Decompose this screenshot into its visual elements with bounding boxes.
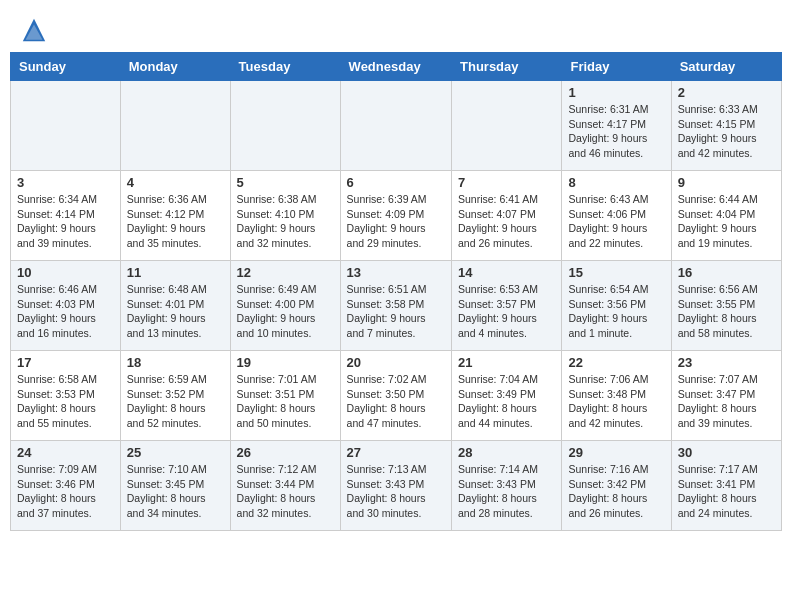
day-info: Sunrise: 6:48 AM Sunset: 4:01 PM Dayligh… (127, 282, 224, 341)
calendar-week-row: 3Sunrise: 6:34 AM Sunset: 4:14 PM Daylig… (11, 171, 782, 261)
day-info: Sunrise: 6:39 AM Sunset: 4:09 PM Dayligh… (347, 192, 445, 251)
day-info: Sunrise: 6:58 AM Sunset: 3:53 PM Dayligh… (17, 372, 114, 431)
calendar-cell: 3Sunrise: 6:34 AM Sunset: 4:14 PM Daylig… (11, 171, 121, 261)
day-number: 21 (458, 355, 555, 370)
day-info: Sunrise: 6:38 AM Sunset: 4:10 PM Dayligh… (237, 192, 334, 251)
day-number: 10 (17, 265, 114, 280)
day-number: 20 (347, 355, 445, 370)
day-number: 23 (678, 355, 775, 370)
calendar-cell: 8Sunrise: 6:43 AM Sunset: 4:06 PM Daylig… (562, 171, 671, 261)
calendar-cell (452, 81, 562, 171)
day-number: 7 (458, 175, 555, 190)
day-info: Sunrise: 6:44 AM Sunset: 4:04 PM Dayligh… (678, 192, 775, 251)
calendar-header: SundayMondayTuesdayWednesdayThursdayFrid… (11, 53, 782, 81)
day-number: 3 (17, 175, 114, 190)
page-header (0, 0, 792, 52)
calendar-cell: 29Sunrise: 7:16 AM Sunset: 3:42 PM Dayli… (562, 441, 671, 531)
calendar-week-row: 1Sunrise: 6:31 AM Sunset: 4:17 PM Daylig… (11, 81, 782, 171)
weekday-header: Sunday (11, 53, 121, 81)
calendar-cell: 1Sunrise: 6:31 AM Sunset: 4:17 PM Daylig… (562, 81, 671, 171)
calendar-cell: 6Sunrise: 6:39 AM Sunset: 4:09 PM Daylig… (340, 171, 451, 261)
calendar-cell: 2Sunrise: 6:33 AM Sunset: 4:15 PM Daylig… (671, 81, 781, 171)
calendar-cell: 24Sunrise: 7:09 AM Sunset: 3:46 PM Dayli… (11, 441, 121, 531)
day-number: 1 (568, 85, 664, 100)
day-number: 19 (237, 355, 334, 370)
day-number: 2 (678, 85, 775, 100)
calendar-cell: 26Sunrise: 7:12 AM Sunset: 3:44 PM Dayli… (230, 441, 340, 531)
weekday-header: Monday (120, 53, 230, 81)
day-number: 28 (458, 445, 555, 460)
calendar-cell: 5Sunrise: 6:38 AM Sunset: 4:10 PM Daylig… (230, 171, 340, 261)
day-info: Sunrise: 6:36 AM Sunset: 4:12 PM Dayligh… (127, 192, 224, 251)
day-info: Sunrise: 6:56 AM Sunset: 3:55 PM Dayligh… (678, 282, 775, 341)
calendar-cell: 21Sunrise: 7:04 AM Sunset: 3:49 PM Dayli… (452, 351, 562, 441)
calendar-cell: 4Sunrise: 6:36 AM Sunset: 4:12 PM Daylig… (120, 171, 230, 261)
day-number: 30 (678, 445, 775, 460)
weekday-header: Saturday (671, 53, 781, 81)
logo (20, 16, 52, 44)
day-info: Sunrise: 7:06 AM Sunset: 3:48 PM Dayligh… (568, 372, 664, 431)
day-info: Sunrise: 7:17 AM Sunset: 3:41 PM Dayligh… (678, 462, 775, 521)
calendar-cell: 9Sunrise: 6:44 AM Sunset: 4:04 PM Daylig… (671, 171, 781, 261)
day-info: Sunrise: 7:10 AM Sunset: 3:45 PM Dayligh… (127, 462, 224, 521)
day-number: 8 (568, 175, 664, 190)
calendar-cell (340, 81, 451, 171)
day-info: Sunrise: 7:09 AM Sunset: 3:46 PM Dayligh… (17, 462, 114, 521)
day-number: 17 (17, 355, 114, 370)
day-number: 22 (568, 355, 664, 370)
day-info: Sunrise: 7:04 AM Sunset: 3:49 PM Dayligh… (458, 372, 555, 431)
day-number: 24 (17, 445, 114, 460)
day-number: 14 (458, 265, 555, 280)
day-number: 25 (127, 445, 224, 460)
day-number: 5 (237, 175, 334, 190)
day-info: Sunrise: 7:12 AM Sunset: 3:44 PM Dayligh… (237, 462, 334, 521)
day-number: 12 (237, 265, 334, 280)
calendar-cell: 16Sunrise: 6:56 AM Sunset: 3:55 PM Dayli… (671, 261, 781, 351)
calendar-cell: 30Sunrise: 7:17 AM Sunset: 3:41 PM Dayli… (671, 441, 781, 531)
day-number: 15 (568, 265, 664, 280)
day-info: Sunrise: 6:34 AM Sunset: 4:14 PM Dayligh… (17, 192, 114, 251)
calendar-week-row: 24Sunrise: 7:09 AM Sunset: 3:46 PM Dayli… (11, 441, 782, 531)
calendar-week-row: 17Sunrise: 6:58 AM Sunset: 3:53 PM Dayli… (11, 351, 782, 441)
day-info: Sunrise: 6:46 AM Sunset: 4:03 PM Dayligh… (17, 282, 114, 341)
calendar-cell: 12Sunrise: 6:49 AM Sunset: 4:00 PM Dayli… (230, 261, 340, 351)
calendar-cell: 17Sunrise: 6:58 AM Sunset: 3:53 PM Dayli… (11, 351, 121, 441)
day-number: 29 (568, 445, 664, 460)
day-number: 13 (347, 265, 445, 280)
calendar-cell: 13Sunrise: 6:51 AM Sunset: 3:58 PM Dayli… (340, 261, 451, 351)
day-number: 6 (347, 175, 445, 190)
calendar-cell: 22Sunrise: 7:06 AM Sunset: 3:48 PM Dayli… (562, 351, 671, 441)
day-number: 26 (237, 445, 334, 460)
calendar-cell: 28Sunrise: 7:14 AM Sunset: 3:43 PM Dayli… (452, 441, 562, 531)
day-info: Sunrise: 6:53 AM Sunset: 3:57 PM Dayligh… (458, 282, 555, 341)
calendar-cell: 14Sunrise: 6:53 AM Sunset: 3:57 PM Dayli… (452, 261, 562, 351)
calendar-week-row: 10Sunrise: 6:46 AM Sunset: 4:03 PM Dayli… (11, 261, 782, 351)
calendar-cell: 27Sunrise: 7:13 AM Sunset: 3:43 PM Dayli… (340, 441, 451, 531)
calendar-cell: 20Sunrise: 7:02 AM Sunset: 3:50 PM Dayli… (340, 351, 451, 441)
calendar-table: SundayMondayTuesdayWednesdayThursdayFrid… (10, 52, 782, 531)
day-info: Sunrise: 7:13 AM Sunset: 3:43 PM Dayligh… (347, 462, 445, 521)
calendar-cell: 25Sunrise: 7:10 AM Sunset: 3:45 PM Dayli… (120, 441, 230, 531)
day-number: 11 (127, 265, 224, 280)
day-info: Sunrise: 6:59 AM Sunset: 3:52 PM Dayligh… (127, 372, 224, 431)
day-info: Sunrise: 7:14 AM Sunset: 3:43 PM Dayligh… (458, 462, 555, 521)
logo-icon (20, 16, 48, 44)
weekday-header: Thursday (452, 53, 562, 81)
day-number: 18 (127, 355, 224, 370)
day-info: Sunrise: 7:02 AM Sunset: 3:50 PM Dayligh… (347, 372, 445, 431)
day-number: 27 (347, 445, 445, 460)
calendar-wrapper: SundayMondayTuesdayWednesdayThursdayFrid… (0, 52, 792, 541)
day-info: Sunrise: 6:31 AM Sunset: 4:17 PM Dayligh… (568, 102, 664, 161)
calendar-cell: 10Sunrise: 6:46 AM Sunset: 4:03 PM Dayli… (11, 261, 121, 351)
weekday-header: Friday (562, 53, 671, 81)
day-number: 4 (127, 175, 224, 190)
calendar-cell: 11Sunrise: 6:48 AM Sunset: 4:01 PM Dayli… (120, 261, 230, 351)
calendar-cell: 23Sunrise: 7:07 AM Sunset: 3:47 PM Dayli… (671, 351, 781, 441)
day-info: Sunrise: 6:43 AM Sunset: 4:06 PM Dayligh… (568, 192, 664, 251)
calendar-cell: 18Sunrise: 6:59 AM Sunset: 3:52 PM Dayli… (120, 351, 230, 441)
day-info: Sunrise: 6:51 AM Sunset: 3:58 PM Dayligh… (347, 282, 445, 341)
calendar-cell (11, 81, 121, 171)
day-number: 16 (678, 265, 775, 280)
day-info: Sunrise: 6:41 AM Sunset: 4:07 PM Dayligh… (458, 192, 555, 251)
calendar-cell: 19Sunrise: 7:01 AM Sunset: 3:51 PM Dayli… (230, 351, 340, 441)
